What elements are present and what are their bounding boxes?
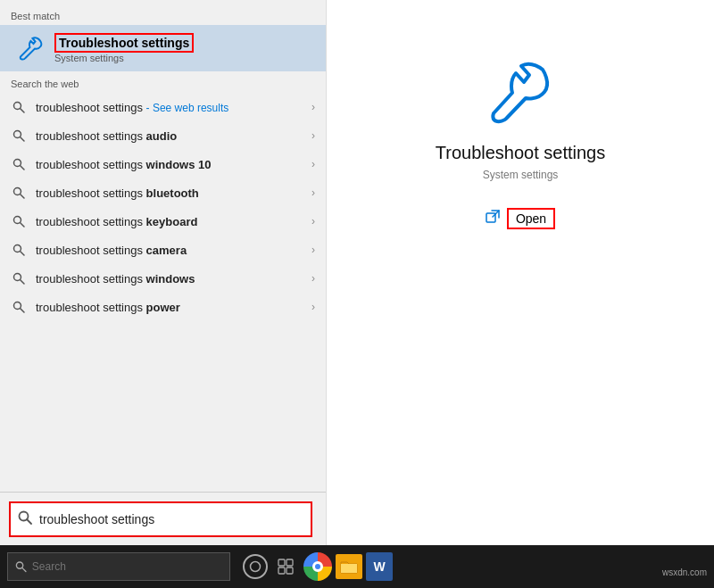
search-icon	[11, 185, 27, 201]
best-match-subtitle: System settings	[54, 53, 194, 63]
result-text: troubleshoot settings keyboard	[36, 215, 311, 228]
app-title: Troubleshoot settings	[436, 143, 605, 163]
search-icon	[11, 213, 27, 229]
result-text: troubleshoot settings power	[36, 301, 311, 314]
open-button[interactable]: Open	[507, 208, 555, 229]
list-item[interactable]: troubleshoot settings camera ›	[0, 236, 326, 264]
task-view-icon	[278, 559, 294, 575]
search-icon	[11, 270, 27, 286]
search-bar-icon	[18, 510, 32, 528]
result-text: troubleshoot settings camera	[36, 244, 311, 257]
svg-line-21	[22, 567, 26, 571]
result-text: troubleshoot settings - See web results	[36, 101, 311, 114]
list-item[interactable]: troubleshoot settings windows 10 ›	[0, 150, 326, 178]
svg-line-7	[21, 195, 25, 199]
chevron-icon: ›	[311, 158, 315, 170]
wrench-icon	[13, 32, 46, 64]
svg-line-15	[21, 309, 25, 313]
best-match-title: Troubleshoot settings	[54, 33, 194, 53]
chevron-icon: ›	[311, 244, 315, 256]
best-match-label: Best match	[0, 7, 326, 25]
chevron-icon: ›	[311, 101, 315, 113]
chevron-icon: ›	[311, 129, 315, 142]
app-subtitle: System settings	[483, 169, 559, 181]
search-results-list: troubleshoot settings - See web results …	[0, 93, 326, 492]
app-icon	[485, 54, 556, 128]
result-text: troubleshoot settings audio	[36, 129, 311, 143]
svg-point-22	[251, 562, 261, 572]
search-input[interactable]	[39, 512, 303, 526]
chrome-inner-circle	[312, 561, 323, 572]
best-match-section: Best match Troubleshoot settings System …	[0, 0, 326, 71]
chevron-icon: ›	[311, 215, 315, 228]
main-area: Best match Troubleshoot settings System …	[0, 0, 714, 545]
file-explorer-icon	[340, 559, 358, 575]
taskbar-file-explorer-button[interactable]	[336, 554, 362, 579]
taskbar-task-view-button[interactable]	[271, 552, 300, 581]
list-item[interactable]: troubleshoot settings bluetooth ›	[0, 178, 326, 207]
taskbar: W	[0, 545, 714, 588]
taskbar-cortana-button[interactable]	[243, 554, 268, 579]
search-web-label: Search the web	[0, 71, 326, 93]
result-text: troubleshoot settings windows	[36, 272, 311, 286]
svg-rect-25	[278, 567, 285, 574]
best-match-item[interactable]: Troubleshoot settings System settings	[0, 25, 326, 71]
right-panel: Troubleshoot settings System settings Op…	[326, 0, 714, 545]
left-panel: Best match Troubleshoot settings System …	[0, 0, 326, 545]
list-item[interactable]: troubleshoot settings audio ›	[0, 121, 326, 150]
svg-rect-24	[286, 559, 293, 566]
open-external-icon	[486, 210, 500, 228]
search-icon	[11, 242, 27, 258]
list-item[interactable]: troubleshoot settings keyboard ›	[0, 207, 326, 236]
search-icon	[11, 156, 27, 172]
watermark: wsxdn.com	[662, 567, 707, 577]
taskbar-search-input[interactable]	[32, 560, 222, 573]
circle-icon	[249, 560, 262, 573]
chevron-icon: ›	[311, 186, 315, 199]
svg-line-13	[21, 280, 25, 285]
search-bar-container	[9, 501, 312, 537]
search-icon	[11, 299, 27, 315]
svg-line-11	[21, 252, 25, 256]
best-match-text: Troubleshoot settings System settings	[54, 33, 194, 63]
list-item[interactable]: troubleshoot settings power ›	[0, 293, 326, 321]
taskbar-search-icon	[15, 560, 27, 573]
list-item[interactable]: troubleshoot settings - See web results …	[0, 93, 326, 121]
svg-rect-23	[278, 559, 285, 566]
svg-line-3	[21, 137, 25, 142]
taskbar-chrome-button[interactable]	[303, 552, 332, 581]
svg-line-1	[21, 109, 25, 113]
chevron-icon: ›	[311, 272, 315, 285]
search-icon	[11, 128, 27, 144]
taskbar-search[interactable]	[7, 552, 230, 581]
open-button-row: Open	[486, 208, 555, 229]
word-label: W	[373, 559, 385, 574]
result-text: troubleshoot settings windows 10	[36, 158, 311, 171]
svg-line-17	[27, 519, 31, 524]
svg-line-9	[21, 223, 25, 228]
svg-line-5	[21, 166, 25, 170]
search-icon	[11, 99, 27, 115]
search-bar-area	[0, 492, 326, 545]
result-text: troubleshoot settings bluetooth	[36, 186, 311, 200]
chevron-icon: ›	[311, 301, 315, 313]
svg-rect-26	[286, 567, 293, 574]
list-item[interactable]: troubleshoot settings windows ›	[0, 264, 326, 293]
taskbar-word-button[interactable]: W	[366, 552, 393, 581]
